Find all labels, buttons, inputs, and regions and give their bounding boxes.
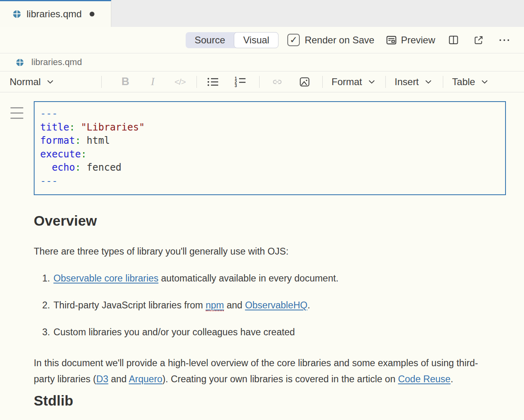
insert-dropdown[interactable]: Insert	[395, 76, 432, 88]
toolbar-separator	[101, 76, 102, 88]
list-item: 3. Custom libraries you and/or your coll…	[34, 326, 496, 338]
preview-icon	[386, 35, 397, 46]
doc-link[interactable]: Arquero	[129, 374, 162, 384]
render-on-save-label: Render on Save	[305, 35, 374, 46]
heading-stdlib: Stdlib	[34, 393, 496, 409]
tab-title: libraries.qmd	[27, 8, 82, 20]
visual-editor-surface[interactable]: ---title: "Libraries"format: htmlexecute…	[0, 92, 524, 409]
unsaved-changes-dot	[90, 12, 94, 16]
list-number: 3.	[42, 326, 53, 338]
chevron-down-icon	[47, 80, 53, 84]
split-editor-button[interactable]	[448, 35, 459, 45]
toolbar-separator	[385, 76, 386, 88]
svg-text:3: 3	[235, 84, 237, 87]
code-icon: </>	[174, 77, 185, 87]
doc-link[interactable]: npm	[206, 300, 224, 311]
visual-mode-button[interactable]: Visual	[234, 32, 278, 48]
format-toolbar: Normal B I </> 1 2 3	[0, 71, 524, 92]
list-number: 1.	[42, 273, 53, 284]
doc-link[interactable]: D3	[96, 374, 108, 384]
more-actions-button[interactable]	[498, 35, 510, 45]
open-external-icon	[473, 35, 484, 45]
list-item: 2. Third-party JavaScript libraries from…	[34, 300, 496, 311]
list-item-text: Third-party JavaScript libraries from np…	[53, 300, 310, 311]
more-actions-icon	[498, 35, 510, 45]
mode-toggle: Source Visual	[186, 32, 278, 48]
numbered-list-icon: 1 2 3	[234, 76, 246, 87]
heading-overview: Overview	[34, 213, 496, 229]
link-button[interactable]	[264, 77, 291, 87]
library-types-list: 1. Observable core libraries automatical…	[34, 273, 496, 338]
list-item: 1. Observable core libraries automatical…	[34, 273, 496, 284]
list-number: 2.	[42, 300, 53, 311]
source-mode-button[interactable]: Source	[186, 32, 234, 48]
editor-toolbar: Source Visual ✓ Render on Save Preview	[0, 27, 524, 53]
chevron-down-icon	[481, 80, 488, 84]
open-external-button[interactable]	[473, 35, 484, 45]
link-icon	[271, 77, 283, 87]
tab-libraries-qmd[interactable]: libraries.qmd	[0, 0, 111, 27]
doc-link[interactable]: ObservableHQ	[245, 300, 307, 310]
quarto-icon	[16, 59, 24, 66]
table-dropdown[interactable]: Table	[452, 76, 488, 88]
image-button[interactable]	[291, 76, 318, 88]
outro-paragraph: In this document we'll provide a high-le…	[34, 355, 496, 387]
quarto-icon	[13, 10, 21, 18]
bulleted-list-button[interactable]	[199, 77, 227, 87]
tab-bar: libraries.qmd	[0, 0, 524, 27]
render-on-save-checkbox[interactable]: ✓ Render on Save	[287, 34, 374, 46]
document-body: Overview There are three types of librar…	[34, 213, 496, 409]
breadcrumb: libraries.qmd	[0, 53, 524, 71]
bold-icon: B	[121, 75, 129, 88]
numbered-list-button[interactable]: 1 2 3	[227, 76, 254, 87]
inline-code-button[interactable]: </>	[166, 77, 194, 87]
checkbox-icon: ✓	[287, 34, 300, 46]
list-item-text: Custom libraries you and/or your colleag…	[53, 326, 295, 338]
toolbar-separator	[443, 76, 443, 88]
breadcrumb-file[interactable]: libraries.qmd	[31, 57, 82, 67]
chevron-down-icon	[368, 80, 375, 84]
toolbar-separator	[196, 76, 197, 88]
paragraph-style-dropdown[interactable]: Normal	[10, 76, 78, 88]
intro-paragraph: There are three types of library you'll …	[34, 246, 496, 257]
paragraph-style-value: Normal	[10, 76, 41, 88]
italic-button[interactable]: I	[139, 75, 166, 88]
image-icon	[299, 76, 310, 88]
italic-icon: I	[151, 75, 155, 88]
preview-button[interactable]: Preview	[386, 35, 435, 46]
yaml-front-matter-block[interactable]: ---title: "Libraries"format: htmlexecute…	[34, 101, 506, 195]
block-drag-handle-icon[interactable]	[10, 107, 23, 123]
toolbar-separator	[259, 76, 260, 88]
bulleted-list-icon	[207, 77, 219, 87]
format-dropdown[interactable]: Format	[332, 76, 375, 88]
chevron-down-icon	[425, 80, 432, 84]
doc-link[interactable]: Observable core libraries	[53, 273, 158, 283]
format-dropdown-label: Format	[332, 76, 362, 88]
toolbar-separator	[322, 76, 323, 88]
list-item-text: Observable core libraries automatically …	[53, 273, 338, 284]
check-icon: ✓	[290, 35, 297, 45]
table-dropdown-label: Table	[452, 76, 475, 88]
preview-label: Preview	[401, 35, 435, 46]
split-editor-icon	[448, 35, 459, 45]
doc-link[interactable]: Code Reuse	[398, 374, 451, 384]
insert-dropdown-label: Insert	[395, 76, 419, 88]
bold-button[interactable]: B	[112, 75, 139, 88]
yaml-code: ---title: "Libraries"format: htmlexecute…	[40, 107, 499, 188]
